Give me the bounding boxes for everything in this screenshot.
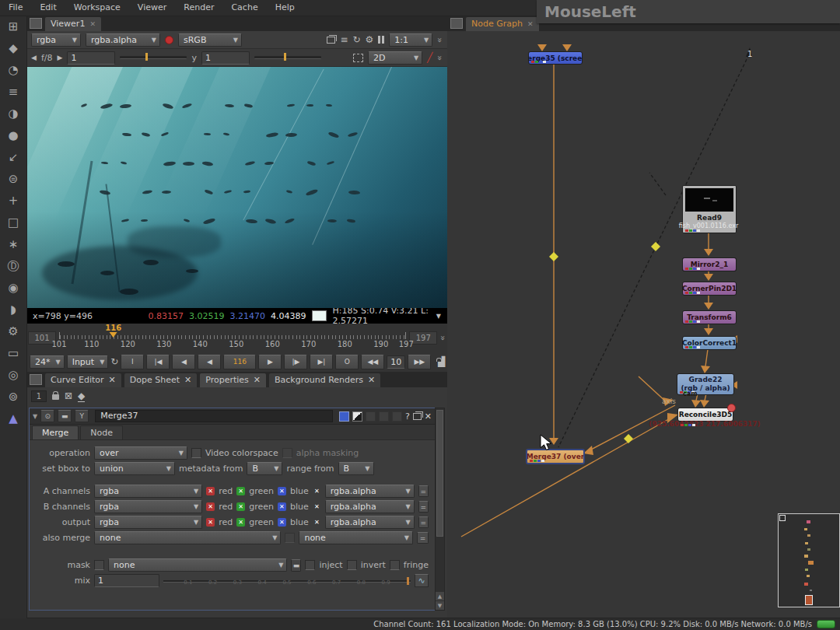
timeline-ruler[interactable]: 101110120130140150160170180190197 116 xyxy=(59,325,406,349)
pause-icon[interactable] xyxy=(378,36,384,44)
layer-select[interactable]: rgba▼ xyxy=(31,33,81,47)
frame-increment-input[interactable]: 10 xyxy=(387,355,405,369)
menu-workspace[interactable]: Workspace xyxy=(65,0,129,16)
prev-arrow-icon[interactable]: ◀ xyxy=(31,54,37,61)
node-merge37-selected[interactable]: Merge37 (over xyxy=(526,449,585,464)
view-mode-select[interactable]: 2D▼ xyxy=(368,51,422,65)
channels-indicator-icon[interactable] xyxy=(339,411,349,422)
properties-scrollbar[interactable]: ▲ ▼ xyxy=(435,408,445,611)
hide-input-icon[interactable]: Y xyxy=(75,410,89,422)
also-merge-select[interactable]: none▼ xyxy=(94,531,281,544)
node-merge35[interactable]: Merge35 (screen) xyxy=(528,51,583,65)
blue-checkbox[interactable]: ✕ xyxy=(278,502,286,511)
toolbar-icon-channel[interactable]: ≡ xyxy=(0,81,26,103)
close-icon[interactable]: ✕ xyxy=(368,373,375,387)
blue-checkbox[interactable]: ✕ xyxy=(278,518,286,527)
equals-button[interactable]: = xyxy=(417,532,429,544)
monitor-out-icon[interactable] xyxy=(327,37,335,44)
settings-gear-icon[interactable]: ⚙ xyxy=(366,34,374,45)
toolbar-icon-draw[interactable]: ◆ xyxy=(0,37,26,59)
tab-node-graph[interactable]: Node Graph ✕ xyxy=(466,17,539,31)
step-forward-button[interactable]: |▶ xyxy=(284,355,307,369)
toolbar-icon-color[interactable]: ◑ xyxy=(0,103,26,124)
goto-start-button[interactable]: |◀ xyxy=(146,355,170,369)
toolbar-icon-ofx[interactable]: ⊚ xyxy=(0,386,26,408)
blue-checkbox[interactable]: ✕ xyxy=(278,487,286,495)
node-mirror2-1[interactable]: Mirror2_1 xyxy=(682,257,737,271)
chevron-more-icon[interactable]: » xyxy=(435,55,445,61)
red-checkbox[interactable]: ✕ xyxy=(206,518,215,527)
metadata-from-select[interactable]: B▼ xyxy=(247,462,282,475)
red-checkbox[interactable]: ✕ xyxy=(206,502,215,511)
viewer-image[interactable] xyxy=(26,67,447,308)
zoom-select[interactable]: 1:1▼ xyxy=(389,33,432,47)
chevron-more-icon[interactable]: » xyxy=(435,37,445,43)
frame-range-mode-select[interactable]: Input▼ xyxy=(67,355,109,369)
node-transform6[interactable]: Transform6 xyxy=(682,310,737,324)
animation-curve-icon[interactable]: ∿ xyxy=(415,574,429,587)
close-icon[interactable]: ✕ xyxy=(89,17,96,31)
colorspace-select[interactable]: sRGB▼ xyxy=(178,33,242,47)
alpha-checkbox[interactable]: ✕ xyxy=(313,502,321,511)
jump-forward-button[interactable]: ▶▶ xyxy=(408,355,431,369)
edit-pencil-icon[interactable]: ◆ xyxy=(78,390,85,402)
play-button[interactable]: ▶ xyxy=(258,355,282,369)
mix-slider[interactable]: 0.10.20.30.40.50.60.70.80.9 xyxy=(163,576,411,586)
close-icon[interactable]: ✕ xyxy=(184,373,191,387)
alpha-checkbox[interactable]: ✕ xyxy=(313,487,321,495)
a-channels-select[interactable]: rgba▼ xyxy=(94,485,202,498)
green-checkbox[interactable]: ✕ xyxy=(236,502,245,511)
alpha-checkbox[interactable]: ✕ xyxy=(313,518,321,527)
equals-button[interactable]: = xyxy=(418,516,429,528)
menu-edit[interactable]: Edit xyxy=(31,0,65,16)
roi-marquee-icon[interactable] xyxy=(353,54,363,62)
tab-dope-sheet[interactable]: Dope Sheet✕ xyxy=(124,373,197,387)
float-panel-icon[interactable] xyxy=(413,413,422,420)
lock-panels-icon[interactable] xyxy=(52,394,59,400)
roi-icon[interactable] xyxy=(165,36,173,44)
menu-render[interactable]: Render xyxy=(175,0,222,16)
fps-select[interactable]: 24*▼ xyxy=(30,355,65,369)
inject-checkbox[interactable] xyxy=(305,560,315,570)
fringe-checkbox[interactable] xyxy=(390,560,400,570)
range-from-select[interactable]: B▼ xyxy=(338,462,374,475)
out-point-button[interactable]: O xyxy=(335,355,359,369)
toolbar-icon-deep[interactable]: Ⓓ xyxy=(0,255,26,277)
stack-count[interactable]: 1 xyxy=(31,390,47,402)
loop-mode-icon[interactable]: ↻ xyxy=(110,356,118,367)
a-alpha-select[interactable]: rgba.alpha▼ xyxy=(325,485,415,498)
video-colorspace-checkbox[interactable] xyxy=(191,448,201,458)
gamma-input[interactable]: 1 xyxy=(201,51,250,65)
next-arrow-icon[interactable]: ▶ xyxy=(58,54,63,61)
toolbar-icon-plugin[interactable]: ▲ xyxy=(0,408,26,429)
tab-background-renders[interactable]: Background Renders✕ xyxy=(269,373,380,387)
toolbar-icon-transform[interactable]: + xyxy=(0,190,26,212)
close-icon[interactable]: ✕ xyxy=(254,373,261,387)
close-icon[interactable]: ✕ xyxy=(109,373,116,387)
overlay-pencil-icon[interactable]: ╱ xyxy=(427,52,432,63)
toolbar-icon-3d[interactable]: □ xyxy=(0,212,26,233)
green-checkbox[interactable]: ✕ xyxy=(236,487,245,495)
toolbar-icon-views[interactable]: ◉ xyxy=(0,277,26,299)
node-name-field[interactable]: Merge37 xyxy=(95,410,333,422)
menu-cache[interactable]: Cache xyxy=(222,0,266,16)
menu-viewer[interactable]: Viewer xyxy=(129,0,175,16)
tab-curve-editor[interactable]: Curve Editor✕ xyxy=(45,373,121,387)
toolbar-icon-tools[interactable]: ⚙ xyxy=(0,320,26,342)
node-cornerpin2d1[interactable]: CornerPin2D1 xyxy=(682,282,737,296)
mask-select[interactable]: none▼ xyxy=(108,558,287,572)
scroll-up-icon[interactable]: ▲ xyxy=(436,592,444,600)
toolbar-icon-image[interactable]: ⊞ xyxy=(0,16,26,37)
tab-properties[interactable]: Properties✕ xyxy=(200,373,266,387)
scanline-icon[interactable]: ≡ xyxy=(340,34,348,45)
pane-menu-icon[interactable] xyxy=(450,18,463,29)
also-merge-checkbox[interactable] xyxy=(285,533,295,543)
equals-button[interactable]: = xyxy=(418,485,429,497)
in-point-button[interactable]: I xyxy=(121,355,144,369)
playhead[interactable]: 116 xyxy=(105,324,121,338)
toolbar-icon-filter[interactable]: ● xyxy=(0,124,26,146)
center-node-icon[interactable]: ⊙ xyxy=(40,410,54,422)
step-back-button[interactable]: ◀ xyxy=(198,355,221,369)
toolbar-icon-particles[interactable]: ∗ xyxy=(0,233,26,255)
operation-select[interactable]: over▼ xyxy=(94,446,187,460)
